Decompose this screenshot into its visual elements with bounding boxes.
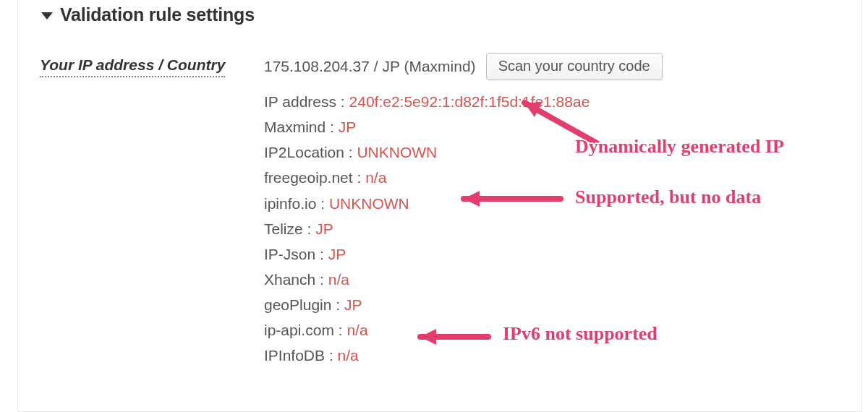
detail-maxmind: Maxmind : JP <box>264 119 840 136</box>
detail-value: n/a <box>346 322 367 338</box>
detail-label: IP-Json <box>264 246 315 262</box>
section-title: Validation rule settings <box>60 0 255 33</box>
detail-ip2location: IP2Location : UNKNOWN <box>264 144 840 161</box>
detail-value: JP <box>315 220 333 237</box>
detail-label: ipinfo.io <box>264 195 316 212</box>
detail-xhanch: Xhanch : n/a <box>264 271 840 288</box>
detail-geoplugin: geoPlugin : JP <box>264 296 840 314</box>
detail-label: Maxmind <box>264 119 326 135</box>
detail-value: UNKNOWN <box>329 195 409 212</box>
detail-label: freegeoip.net <box>264 169 353 186</box>
settings-card: Validation rule settings Your IP address… <box>17 0 862 412</box>
scan-country-button[interactable]: Scan your country code <box>486 53 663 80</box>
ip-country-summary: 175.108.204.37 / JP (Maxmind) <box>264 58 476 75</box>
detail-value: 240f:e2:5e92:1:d82f:1f5d:1fe1:88ae <box>349 93 590 110</box>
disclosure-triangle-icon[interactable] <box>41 12 53 20</box>
detail-ip-api-com: ip-api.com : n/a <box>264 322 840 339</box>
row-label: Your IP address / Country <box>40 56 225 77</box>
row-content: 175.108.204.37 / JP (Maxmind) Scan your … <box>264 53 840 373</box>
section-header[interactable]: Validation rule settings <box>40 0 840 33</box>
detail-ip-json: IP-Json : JP <box>264 246 840 263</box>
detail-value: n/a <box>365 169 386 186</box>
detail-freegeoip: freegeoip.net : n/a <box>264 169 840 186</box>
detail-label: IP address <box>264 93 336 110</box>
detail-label: Telize <box>264 220 303 237</box>
detail-value: JP <box>339 119 357 135</box>
detail-ipinfodb: IPInfoDB : n/a <box>264 347 840 364</box>
detail-telize: Telize : JP <box>264 220 840 238</box>
detail-value: JP <box>344 296 362 313</box>
detail-label: IPInfoDB <box>264 347 325 364</box>
detail-value: n/a <box>338 347 359 364</box>
detail-ipinfo-io: ipinfo.io : UNKNOWN <box>264 195 840 213</box>
detail-label: ip-api.com <box>264 322 334 338</box>
detail-value: JP <box>328 246 346 262</box>
detail-value: UNKNOWN <box>357 144 437 160</box>
ip-country-row: Your IP address / Country 175.108.204.37… <box>40 53 840 373</box>
detail-ip-address: IP address : 240f:e2:5e92:1:d82f:1f5d:1f… <box>264 93 840 111</box>
detail-label: Xhanch <box>264 271 315 288</box>
summary-line: 175.108.204.37 / JP (Maxmind) Scan your … <box>264 53 840 80</box>
detail-label: geoPlugin <box>264 296 331 313</box>
detail-value: n/a <box>328 271 349 288</box>
detail-label: IP2Location <box>264 144 344 160</box>
